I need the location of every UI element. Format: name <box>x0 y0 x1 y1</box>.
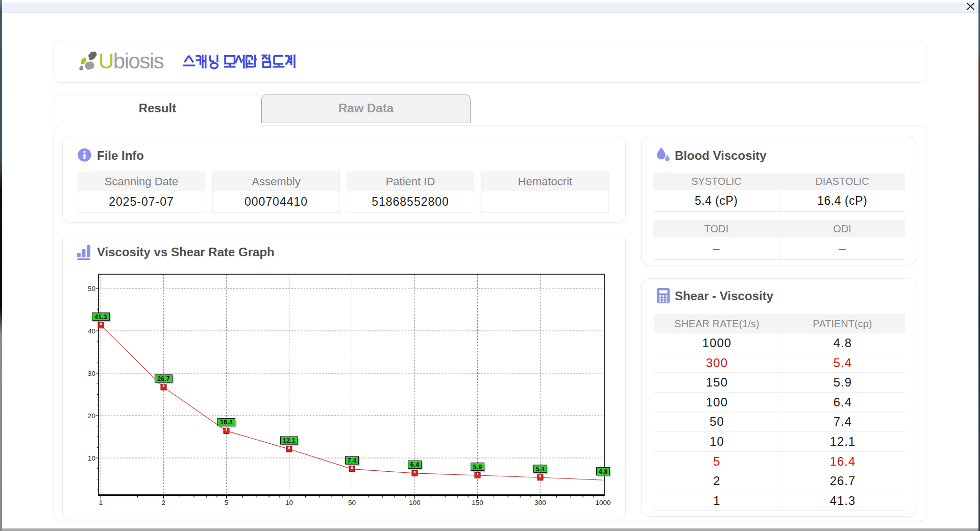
svg-text:300: 300 <box>534 499 546 506</box>
svg-text:10: 10 <box>88 454 95 462</box>
svg-text:6.4: 6.4 <box>410 461 419 468</box>
svg-text:2: 2 <box>162 499 166 506</box>
svg-text:1: 1 <box>99 499 103 506</box>
svg-text:16.4: 16.4 <box>220 419 232 426</box>
svg-text:50: 50 <box>88 285 95 293</box>
svg-text:4.8: 4.8 <box>599 468 607 475</box>
svg-text:20: 20 <box>88 412 95 420</box>
svg-text:7.4: 7.4 <box>348 457 356 464</box>
svg-text:12.1: 12.1 <box>283 437 295 444</box>
svg-text:1000: 1000 <box>595 499 610 506</box>
svg-text:30: 30 <box>88 370 95 377</box>
svg-text:50: 50 <box>348 499 356 506</box>
svg-text:5: 5 <box>225 499 229 506</box>
svg-text:26.7: 26.7 <box>157 375 169 382</box>
svg-text:41.3: 41.3 <box>94 313 107 321</box>
svg-text:10: 10 <box>285 499 293 506</box>
svg-text:5.9: 5.9 <box>473 464 482 471</box>
svg-text:150: 150 <box>472 499 483 506</box>
svg-text:40: 40 <box>88 327 95 335</box>
svg-text:100: 100 <box>409 499 421 506</box>
svg-text:5.4: 5.4 <box>536 466 545 473</box>
